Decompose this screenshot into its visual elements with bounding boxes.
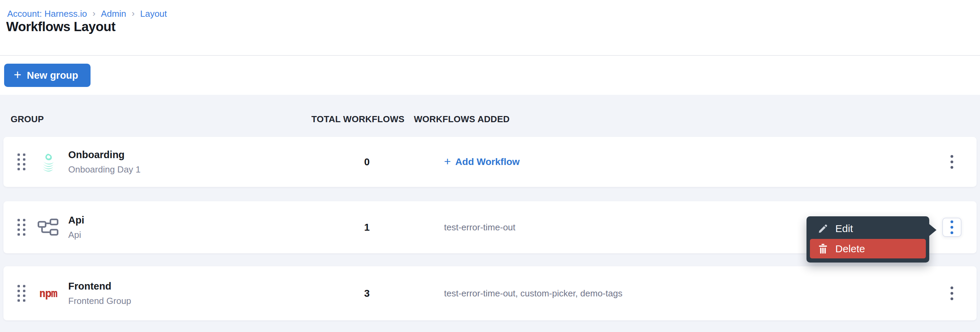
plus-icon: +: [14, 68, 21, 81]
workflows-added-cell: + Add Workflow: [444, 156, 520, 168]
pencil-icon: [818, 223, 829, 234]
column-header-total-workflows: TOTAL WORKFLOWS: [311, 114, 405, 125]
stacked-layers-logo-icon: [36, 152, 60, 172]
kebab-menu-icon[interactable]: [942, 284, 961, 303]
group-description: Api: [68, 230, 84, 240]
table-row-api: Api Api 1 test-error-time-out Edit: [3, 201, 977, 253]
menu-item-label: Delete: [835, 243, 865, 255]
table-row-onboarding: Onboarding Onboarding Day 1 0 + Add Work…: [3, 137, 977, 187]
menu-item-delete[interactable]: Delete: [810, 239, 926, 258]
total-workflows-count: 0: [329, 157, 405, 168]
breadcrumb: Account: Harness.io › Admin › Layout: [7, 9, 167, 19]
add-workflow-label: Add Workflow: [455, 157, 520, 168]
drag-handle-icon[interactable]: [18, 154, 25, 171]
breadcrumb-layout-link[interactable]: Layout: [140, 9, 167, 19]
group-text: Api Api: [68, 215, 84, 240]
group-name: Onboarding: [68, 149, 141, 161]
group-text: Frontend Frontend Group: [68, 281, 131, 306]
add-workflow-link[interactable]: + Add Workflow: [444, 156, 520, 168]
total-workflows-count: 1: [329, 222, 405, 233]
drag-handle-icon[interactable]: [18, 219, 25, 236]
npm-logo-text: npm: [39, 287, 57, 300]
column-header-workflows-added: WORKFLOWS ADDED: [414, 114, 509, 125]
group-text: Onboarding Onboarding Day 1: [68, 149, 141, 175]
menu-item-label: Edit: [835, 223, 853, 234]
total-workflows-count: 3: [329, 288, 405, 299]
group-name: Api: [68, 215, 84, 226]
group-description: Onboarding Day 1: [68, 164, 141, 175]
kebab-menu-icon[interactable]: [942, 218, 961, 237]
page-title: Workflows Layout: [6, 19, 116, 34]
group-description: Frontend Group: [68, 296, 131, 306]
new-group-button[interactable]: + New group: [4, 64, 91, 87]
breadcrumb-admin-link[interactable]: Admin: [101, 9, 126, 19]
workflows-added-cell: test-error-time-out: [444, 222, 515, 233]
kebab-menu-icon[interactable]: [942, 152, 961, 171]
npm-logo: npm: [36, 287, 60, 300]
workflow-tree-icon: [36, 218, 60, 236]
workflows-layout-page: Account: Harness.io › Admin › Layout Wor…: [0, 0, 980, 332]
chevron-separator-icon: ›: [132, 8, 135, 19]
header-divider: [0, 55, 980, 56]
menu-item-edit[interactable]: Edit: [810, 219, 926, 238]
plus-icon: +: [444, 155, 451, 167]
trash-icon: [818, 244, 829, 254]
workflows-added-cell: test-error-time-out, custom-picker, demo…: [444, 288, 622, 299]
groups-table: GROUP TOTAL WORKFLOWS WORKFLOWS ADDED On: [0, 95, 980, 332]
group-name: Frontend: [68, 281, 131, 292]
column-header-group: GROUP: [11, 114, 44, 125]
breadcrumb-account-link[interactable]: Account: Harness.io: [7, 9, 87, 19]
new-group-button-label: New group: [27, 70, 78, 81]
chevron-separator-icon: ›: [92, 8, 95, 19]
drag-handle-icon[interactable]: [18, 285, 25, 302]
row-context-menu: Edit Delete: [807, 216, 929, 262]
table-row-frontend: npm Frontend Frontend Group 3 test-error…: [3, 266, 977, 320]
